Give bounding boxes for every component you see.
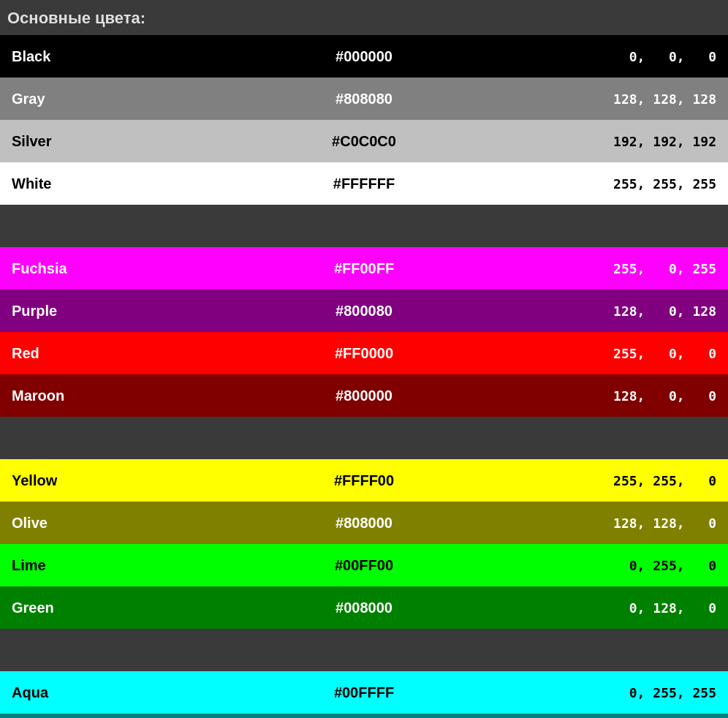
- color-hex: #FF00FF: [243, 247, 485, 290]
- color-hex: #00FFFF: [243, 671, 485, 714]
- color-rgb: 128, 128, 0: [485, 502, 728, 544]
- color-rgb: 128, 128, 128: [485, 78, 728, 120]
- color-hex: #008000: [243, 586, 485, 629]
- color-rgb: 0, 255, 0: [485, 544, 728, 586]
- color-name: Olive: [0, 502, 243, 544]
- color-name: Purple: [0, 290, 243, 332]
- table-row: Maroon #800000 128, 0, 0: [0, 374, 728, 417]
- table-row: White #FFFFFF 255, 255, 255: [0, 162, 728, 205]
- color-table: Black #000000 0, 0, 0 Gray #808080 128, …: [0, 35, 728, 718]
- table-row: Lime #00FF00 0, 255, 0: [0, 544, 728, 586]
- color-hex: #008080: [243, 714, 485, 718]
- color-hex: #FFFF00: [243, 459, 485, 502]
- color-rgb: 0, 255, 255: [485, 671, 728, 714]
- color-hex: #C0C0C0: [243, 120, 485, 162]
- color-name: Green: [0, 586, 243, 629]
- table-row: Green #008000 0, 128, 0: [0, 586, 728, 629]
- page-title: Основные цвета:: [0, 0, 728, 35]
- color-rgb: 0, 128, 0: [485, 586, 728, 629]
- color-rgb: 255, 255, 255: [485, 162, 728, 205]
- color-hex: #800000: [243, 374, 485, 417]
- color-name: Lime: [0, 544, 243, 586]
- table-row: Aqua #00FFFF 0, 255, 255: [0, 671, 728, 714]
- color-hex: #FFFFFF: [243, 162, 485, 205]
- color-name: Aqua: [0, 671, 243, 714]
- color-hex: #800080: [243, 290, 485, 332]
- color-hex: #808000: [243, 502, 485, 544]
- table-row: Purple #800080 128, 0, 128: [0, 290, 728, 332]
- table-row: Gray #808080 128, 128, 128: [0, 78, 728, 120]
- color-name: Gray: [0, 78, 243, 120]
- color-rgb: 128, 0, 128: [485, 290, 728, 332]
- color-rgb: 0, 0, 0: [485, 35, 728, 78]
- color-rgb: 255, 0, 0: [485, 332, 728, 374]
- color-hex: #FF0000: [243, 332, 485, 374]
- color-name: Yellow: [0, 459, 243, 502]
- color-rgb: 192, 192, 192: [485, 120, 728, 162]
- table-row: Yellow #FFFF00 255, 255, 0: [0, 459, 728, 502]
- table-row: Red #FF0000 255, 0, 0: [0, 332, 728, 374]
- color-name: Fuchsia: [0, 247, 243, 290]
- color-rgb: 128, 0, 0: [485, 374, 728, 417]
- color-name: Silver: [0, 120, 243, 162]
- color-name: Teal: [0, 714, 243, 718]
- table-row: Black #000000 0, 0, 0: [0, 35, 728, 78]
- color-name: Black: [0, 35, 243, 78]
- color-name: Maroon: [0, 374, 243, 417]
- color-rgb: 255, 0, 255: [485, 247, 728, 290]
- color-rgb: 255, 255, 0: [485, 459, 728, 502]
- table-row: Teal #008080 0, 128, 128: [0, 714, 728, 718]
- color-hex: #808080: [243, 78, 485, 120]
- table-row: Silver #C0C0C0 192, 192, 192: [0, 120, 728, 162]
- color-name: White: [0, 162, 243, 205]
- table-row: Fuchsia #FF00FF 255, 0, 255: [0, 247, 728, 290]
- table-row: Olive #808000 128, 128, 0: [0, 502, 728, 544]
- color-hex: #00FF00: [243, 544, 485, 586]
- color-hex: #000000: [243, 35, 485, 78]
- color-name: Red: [0, 332, 243, 374]
- color-rgb: 0, 128, 128: [485, 714, 728, 718]
